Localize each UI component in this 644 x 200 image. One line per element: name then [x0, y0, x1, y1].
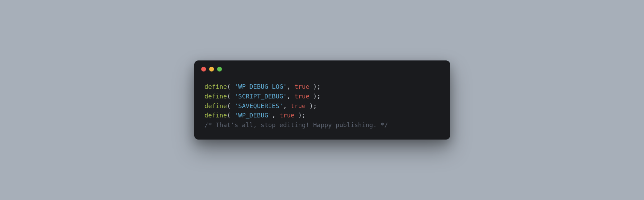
code-line: define( 'WP_DEBUG', true ); [205, 111, 440, 120]
maximize-icon[interactable] [217, 67, 222, 72]
token-punct: , [287, 93, 295, 100]
token-punct: ( [227, 102, 235, 109]
token-punct: ); [295, 112, 306, 119]
token-function: define [205, 83, 227, 90]
code-window: define( 'WP_DEBUG_LOG', true );define( '… [194, 60, 450, 140]
token-function: define [205, 102, 227, 109]
token-punct: , [287, 83, 295, 90]
code-line: define( 'WP_DEBUG_LOG', true ); [205, 82, 440, 92]
token-boolean: true [291, 102, 306, 109]
token-string: 'WP_DEBUG_LOG' [234, 83, 287, 90]
token-comment: /* That's all, stop editing! Happy publi… [205, 121, 388, 128]
token-string: 'SAVEQUERIES' [234, 102, 283, 109]
token-function: define [205, 112, 227, 119]
title-bar [194, 60, 450, 75]
token-boolean: true [279, 112, 294, 119]
token-boolean: true [295, 93, 309, 100]
token-boolean: true [295, 83, 309, 90]
token-punct: ( [227, 93, 235, 100]
minimize-icon[interactable] [209, 67, 214, 72]
close-icon[interactable] [201, 67, 206, 72]
token-punct: ); [309, 93, 321, 100]
token-string: 'SCRIPT_DEBUG' [234, 93, 287, 100]
code-line: define( 'SCRIPT_DEBUG', true ); [205, 92, 440, 101]
token-function: define [205, 93, 227, 100]
token-punct: ( [227, 83, 235, 90]
token-string: 'WP_DEBUG' [234, 112, 272, 119]
code-line: define( 'SAVEQUERIES', true ); [205, 101, 440, 111]
token-punct: ); [306, 102, 317, 109]
token-punct: ( [227, 112, 235, 119]
code-content: define( 'WP_DEBUG_LOG', true );define( '… [194, 75, 450, 140]
token-punct: , [272, 112, 280, 119]
token-punct: , [283, 102, 291, 109]
token-punct: ); [309, 83, 321, 90]
code-line: /* That's all, stop editing! Happy publi… [205, 120, 440, 130]
